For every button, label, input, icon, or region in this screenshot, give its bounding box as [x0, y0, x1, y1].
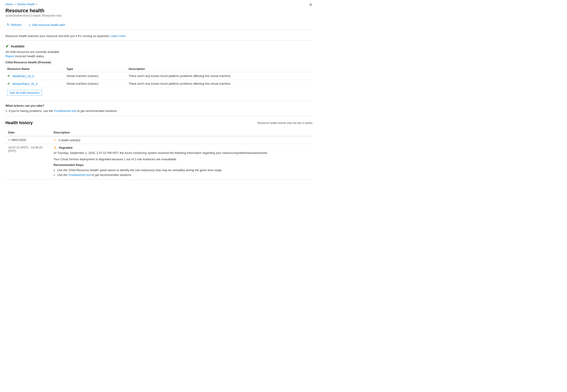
divider-1 — [5, 100, 312, 101]
resource-type-cell: Virtual machine (classic) — [65, 72, 127, 80]
breadcrumb: Home > Service Health > — [5, 3, 312, 6]
report-line: Report incorrect health status — [5, 55, 312, 58]
child-health-table: Resource Name Type Description ✔ WebRole… — [5, 66, 312, 88]
table-row: ✔ WorkerRole1_IN_0 Virtual machine (clas… — [5, 80, 312, 88]
degraded-desc-1: At Tuesday, September 1, 2020, 2:47:22 P… — [54, 151, 310, 155]
resource-name-link[interactable]: WorkerRole1_IN_0 — [13, 82, 38, 85]
degraded-desc-2: Your Cloud Service deployment is degrade… — [54, 157, 310, 162]
breadcrumb-service-health[interactable]: Service Health — [17, 3, 35, 6]
health-history-subtitle: Resource health events over the last 4 w… — [257, 121, 312, 125]
troubleshoot-link[interactable]: Troubleshoot tool — [54, 109, 76, 112]
close-button[interactable]: ✕ — [309, 3, 312, 7]
warning-icon: ⚠ — [54, 138, 57, 142]
action-prefix: 1. If you're having problems, use the — [5, 109, 54, 112]
col-description: Description — [127, 66, 312, 72]
add-icon: + — [29, 23, 31, 27]
step-link-1[interactable]: Troubleshoot tool — [68, 173, 91, 177]
table-row: ✔ WebRole1_IN_0 Virtual machine (classic… — [5, 72, 312, 80]
add-alert-label: Add resource health alert — [32, 23, 65, 27]
history-col-description: Description — [51, 129, 312, 136]
refresh-button[interactable]: ↻ Refresh — [5, 22, 23, 28]
breadcrumb-sep-2: > — [36, 3, 38, 6]
resource-desc-cell: There aren't any known Azure platform pr… — [127, 72, 312, 80]
step-1: Use the Troubleshoot tool to get recomme… — [57, 173, 310, 178]
degraded-warning-icon: ⚠ — [54, 146, 57, 149]
event-count: 1 health event(s) — [58, 139, 80, 142]
recommended-steps-title: Recommended Steps — [54, 163, 310, 167]
history-detail-row: 14:47:22 (PDT) - 14:48:22 (PDT) ⚠ Degrad… — [5, 144, 312, 180]
resource-name-link[interactable]: WebRole1_IN_0 — [13, 74, 34, 78]
toolbar: ↻ Refresh + Add resource health alert — [5, 20, 312, 30]
status-icon: ✔ — [5, 44, 9, 49]
resource-status-icon: ✔ — [7, 74, 10, 78]
action-suffix: to get recommended solutions. — [76, 109, 118, 112]
history-event-count-cell: ⚠ 1 health event(s) — [51, 136, 312, 144]
refresh-icon: ↻ — [7, 23, 10, 27]
resource-name-cell: ✔ WorkerRole1_IN_0 — [5, 80, 65, 88]
chevron-down-icon: ∨ — [8, 139, 10, 141]
actions-title: What actions can you take? — [5, 104, 312, 107]
status-label: Available — [11, 44, 25, 48]
step-0: Use the 'Child Resource Health' panel ab… — [57, 168, 310, 173]
resource-status-icon: ✔ — [7, 82, 10, 85]
learn-more-link[interactable]: Learn more — [111, 34, 126, 38]
actions-item-1: 1. If you're having problems, use the Tr… — [5, 109, 312, 112]
status-section: ✔ Available All child resources are curr… — [5, 44, 312, 58]
resource-type-cell: Virtual machine (classic) — [65, 80, 127, 88]
breadcrumb-home[interactable]: Home — [5, 3, 13, 6]
page-title: Resource health — [5, 8, 312, 14]
history-col-date: Date — [5, 129, 51, 136]
history-date-row: ∨ 09/01/2020 ⚠ 1 health event(s) — [5, 136, 312, 144]
page-subtitle: azurecloudservices12-classic (Production… — [5, 14, 312, 17]
date-value: 09/01/2020 — [11, 138, 26, 142]
status-description: All child resources are currently availa… — [5, 50, 312, 54]
child-health-section: Child Resource Health (Preview) Resource… — [5, 61, 312, 99]
refresh-label: Refresh — [11, 23, 22, 27]
breadcrumb-sep-1: > — [14, 3, 16, 6]
history-table: Date Description ∨ 09/01/2020 ⚠ 1 health… — [5, 129, 312, 180]
info-text: Resource health watches your resource an… — [5, 34, 110, 38]
status-header: ✔ Available — [5, 44, 312, 49]
health-history-header: Health history Resource health events ov… — [5, 121, 312, 125]
degraded-text: Degraded — [59, 146, 72, 149]
info-bar: Resource health watches your resource an… — [5, 32, 312, 41]
recommended-steps-list: Use the 'Child Resource Health' panel ab… — [54, 168, 310, 178]
report-suffix: incorrect health status — [14, 55, 44, 58]
divider-2 — [5, 116, 312, 116]
col-resource-name: Resource Name — [5, 66, 65, 72]
resource-desc-cell: There aren't any known Azure platform pr… — [127, 80, 312, 88]
col-type: Type — [65, 66, 127, 72]
health-history-title: Health history — [5, 121, 33, 125]
degraded-label: ⚠ Degraded — [54, 146, 310, 149]
see-all-button[interactable]: See all child resources — [7, 90, 42, 96]
time-range-cell: 14:47:22 (PDT) - 14:48:22 (PDT) — [5, 144, 51, 180]
report-link[interactable]: Report — [5, 55, 14, 58]
history-date-cell: ∨ 09/01/2020 — [5, 136, 51, 144]
add-alert-button[interactable]: + Add resource health alert — [28, 22, 67, 28]
resource-name-cell: ✔ WebRole1_IN_0 — [5, 72, 65, 80]
degraded-detail-cell: ⚠ Degraded At Tuesday, September 1, 2020… — [51, 144, 312, 180]
actions-section: What actions can you take? 1. If you're … — [5, 104, 312, 112]
close-icon: ✕ — [309, 2, 312, 7]
health-history-section: Health history Resource health events ov… — [5, 121, 312, 180]
child-health-title: Child Resource Health (Preview) — [5, 61, 312, 64]
